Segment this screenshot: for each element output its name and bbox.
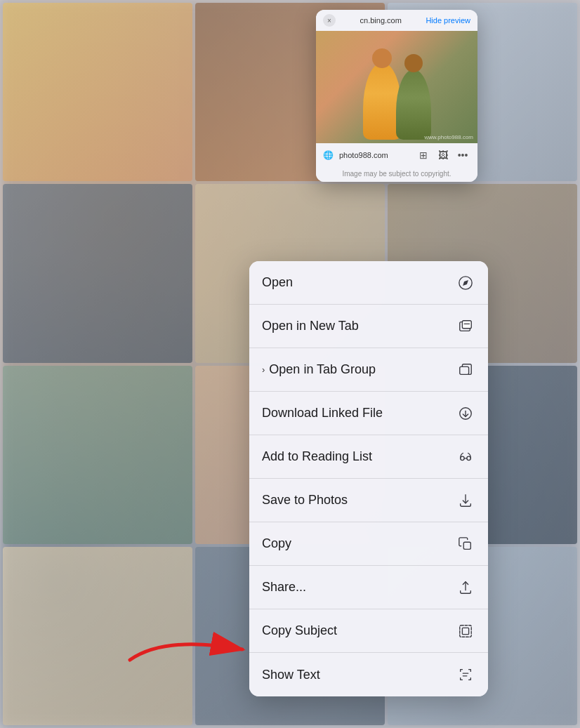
- chevron-icon: ›: [262, 364, 265, 375]
- menu-item-open-new-tab[interactable]: Open in New Tab: [249, 305, 488, 348]
- menu-save-photos-label: Save to Photos: [262, 493, 348, 508]
- menu-item-copy-left: Copy: [262, 536, 291, 551]
- glasses-icon: [456, 447, 475, 467]
- preview-scene: [316, 31, 477, 143]
- compass-icon: [456, 273, 475, 293]
- svg-rect-12: [460, 625, 472, 637]
- menu-item-open-new-tab-left: Open in New Tab: [262, 319, 359, 333]
- preview-watermark: www.photo988.com: [424, 134, 473, 140]
- menu-item-open-tab-group[interactable]: › Open in Tab Group: [249, 348, 488, 392]
- preview-header: × cn.bing.com Hide preview: [316, 10, 477, 31]
- menu-item-reading-list-left: Add to Reading List: [262, 449, 372, 464]
- menu-item-open-tab-group-left: › Open in Tab Group: [262, 362, 376, 377]
- menu-item-share[interactable]: Share...: [249, 566, 488, 609]
- figure-right: [396, 70, 431, 140]
- preview-close-button[interactable]: ×: [323, 14, 336, 27]
- menu-item-download[interactable]: Download Linked File: [249, 392, 488, 435]
- svg-rect-5: [460, 366, 469, 374]
- menu-item-copy-subject[interactable]: Copy Subject: [249, 609, 488, 653]
- preview-card: × cn.bing.com Hide preview www.photo988.…: [316, 10, 477, 182]
- menu-item-show-text[interactable]: Show Text: [249, 653, 488, 696]
- preview-hide-button[interactable]: Hide preview: [426, 16, 470, 25]
- svg-rect-3: [462, 320, 471, 328]
- preview-toolbar: 🌐 photo988.com ⊞ 🖼 •••: [316, 143, 477, 167]
- new-tab-icon: [456, 317, 475, 336]
- more-icon[interactable]: •••: [455, 147, 470, 163]
- menu-open-label: Open: [262, 275, 293, 290]
- image-icon[interactable]: 🖼: [435, 147, 451, 163]
- menu-item-open[interactable]: Open: [249, 261, 488, 305]
- svg-point-9: [467, 456, 471, 461]
- menu-copy-label: Copy: [262, 536, 291, 551]
- menu-item-show-text-left: Show Text: [262, 668, 320, 682]
- context-menu: Open Open in New Tab › Open in Tab Group: [249, 261, 488, 696]
- preview-image: www.photo988.com: [316, 31, 477, 143]
- svg-rect-13: [462, 628, 468, 634]
- preview-toolbar-icons: ⊞ 🖼 •••: [416, 147, 470, 163]
- menu-copy-subject-label: Copy Subject: [262, 623, 337, 638]
- close-icon: ×: [327, 17, 331, 25]
- menu-show-text-label: Show Text: [262, 668, 320, 682]
- globe-icon: 🌐: [323, 150, 334, 160]
- share-icon: [456, 578, 475, 597]
- tab-group-icon: [456, 360, 475, 380]
- preview-site-name: photo988.com: [339, 151, 410, 159]
- menu-item-share-left: Share...: [262, 580, 306, 595]
- copy-icon: [456, 534, 475, 554]
- svg-point-8: [461, 456, 465, 461]
- download-circle-icon: [456, 404, 475, 423]
- preview-copyright: Image may be subject to copyright.: [316, 167, 477, 182]
- svg-rect-11: [463, 542, 470, 549]
- expand-icon[interactable]: ⊞: [416, 147, 431, 163]
- subject-icon: [456, 621, 475, 641]
- save-photos-icon: [456, 491, 475, 510]
- menu-item-save-photos[interactable]: Save to Photos: [249, 479, 488, 522]
- scan-text-icon: [456, 665, 475, 684]
- menu-item-download-left: Download Linked File: [262, 405, 383, 421]
- menu-download-label: Download Linked File: [262, 405, 383, 421]
- menu-item-reading-list[interactable]: Add to Reading List: [249, 435, 488, 479]
- menu-item-open-left: Open: [262, 275, 293, 290]
- menu-open-tab-group-label: Open in Tab Group: [269, 362, 376, 377]
- menu-share-label: Share...: [262, 580, 306, 595]
- menu-item-copy[interactable]: Copy: [249, 522, 488, 566]
- menu-reading-list-label: Add to Reading List: [262, 449, 372, 464]
- preview-url: cn.bing.com: [336, 16, 426, 25]
- menu-item-copy-subject-left: Copy Subject: [262, 623, 337, 638]
- menu-item-save-photos-left: Save to Photos: [262, 493, 348, 508]
- menu-open-new-tab-label: Open in New Tab: [262, 319, 359, 333]
- svg-marker-1: [463, 280, 468, 286]
